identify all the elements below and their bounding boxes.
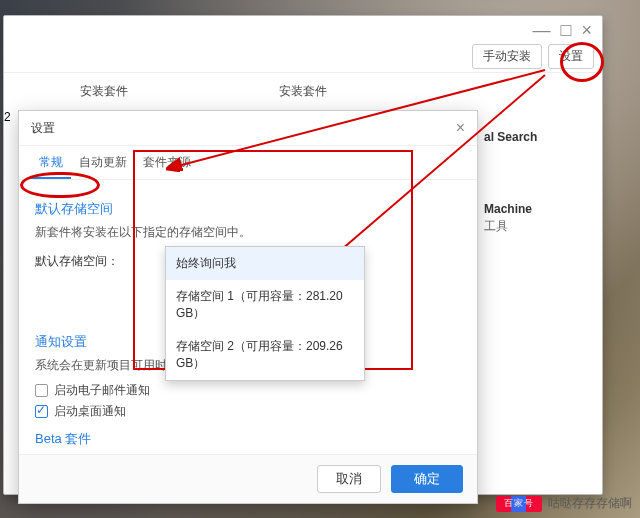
option-volume-1[interactable]: 存储空间 1（可用容量：281.20 GB）: [166, 280, 364, 330]
option-volume-2[interactable]: 存储空间 2（可用容量：209.26 GB）: [166, 330, 364, 380]
watermark: 百家号 咕哒存存存储啊: [496, 495, 632, 512]
svg-line-0: [170, 70, 545, 168]
watermark-text: 咕哒存存存储啊: [548, 495, 632, 512]
option-ask[interactable]: 始终询问我: [166, 247, 364, 280]
default-storage-options: 始终询问我 存储空间 1（可用容量：281.20 GB） 存储空间 2（可用容量…: [165, 246, 365, 381]
watermark-logo: 百家号: [496, 496, 542, 512]
svg-line-1: [320, 75, 545, 268]
